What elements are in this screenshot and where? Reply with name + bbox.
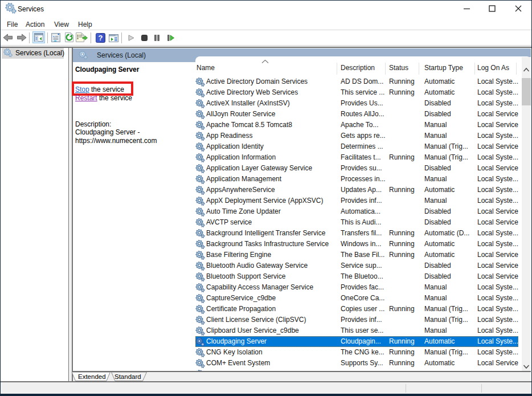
svg-text:?: ? <box>99 34 103 42</box>
